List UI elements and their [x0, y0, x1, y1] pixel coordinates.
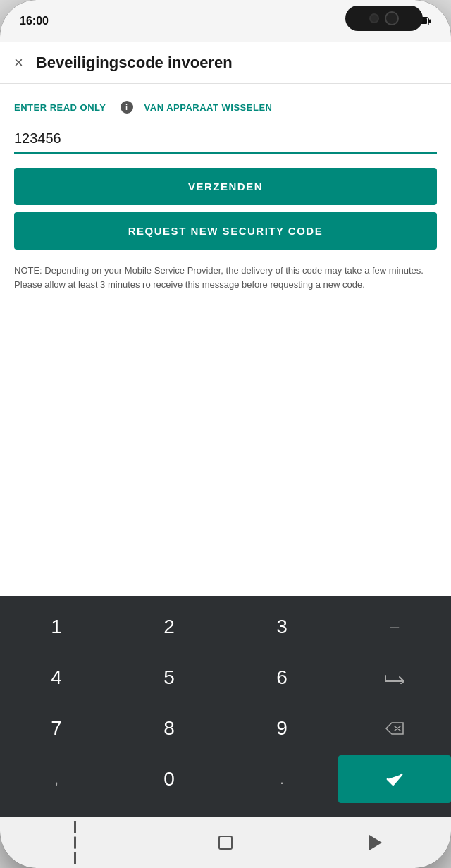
- security-code-input[interactable]: [14, 128, 437, 149]
- app-content: × Beveiligingscode invoeren ENTER READ O…: [0, 42, 451, 817]
- key-backspace[interactable]: [338, 704, 451, 752]
- key-dash[interactable]: –: [338, 603, 451, 651]
- key-2[interactable]: 2: [113, 603, 226, 651]
- nav-bar: [0, 817, 451, 868]
- nav-home-icon: [218, 836, 233, 850]
- nav-recents-button[interactable]: [54, 829, 97, 857]
- status-time: 16:00: [20, 15, 49, 27]
- nav-back-icon: [369, 835, 382, 850]
- switch-device-button[interactable]: VAN APPARAAT WISSELEN: [144, 102, 273, 113]
- key-3[interactable]: 3: [226, 603, 338, 651]
- nav-back-button[interactable]: [354, 829, 397, 857]
- request-security-code-button[interactable]: REQUEST NEW SECURITY CODE: [14, 212, 437, 250]
- svg-rect-6: [429, 20, 431, 23]
- key-dot[interactable]: .: [226, 755, 338, 803]
- keyboard-row-4: , 0 .: [0, 755, 451, 803]
- keyboard-row-1: 1 2 3 –: [0, 603, 451, 651]
- key-0[interactable]: 0: [113, 755, 226, 803]
- mode-row: ENTER READ ONLY i VAN APPARAAT WISSELEN: [14, 101, 437, 114]
- keyboard: 1 2 3 – 4 5 6 7 8 9: [0, 596, 451, 817]
- note-text: NOTE: Depending on your Mobile Service P…: [14, 264, 437, 291]
- key-6[interactable]: 6: [226, 654, 338, 702]
- camera-pill: [345, 6, 423, 31]
- info-icon[interactable]: i: [121, 101, 133, 114]
- submit-button[interactable]: VERZENDEN: [14, 168, 437, 205]
- mode-label-active: ENTER READ ONLY: [14, 102, 106, 113]
- key-4[interactable]: 4: [0, 654, 113, 702]
- phone-frame: 16:00: [0, 0, 451, 868]
- code-input-wrapper: [14, 128, 437, 154]
- keyboard-row-3: 7 8 9: [0, 704, 451, 752]
- camera-lens: [385, 11, 399, 25]
- key-comma[interactable]: ,: [0, 755, 113, 803]
- nav-home-button[interactable]: [204, 829, 247, 857]
- form-area: ENTER READ ONLY i VAN APPARAAT WISSELEN …: [0, 84, 451, 596]
- key-1[interactable]: 1: [0, 603, 113, 651]
- key-5[interactable]: 5: [113, 654, 226, 702]
- key-8[interactable]: 8: [113, 704, 226, 752]
- key-9[interactable]: 9: [226, 704, 338, 752]
- key-space[interactable]: [338, 654, 451, 702]
- top-bar: × Beveiligingscode invoeren: [0, 42, 451, 84]
- key-enter[interactable]: [338, 755, 451, 803]
- close-button[interactable]: ×: [14, 55, 23, 71]
- key-7[interactable]: 7: [0, 704, 113, 752]
- camera-dot: [369, 13, 379, 23]
- page-title: Beveiligingscode invoeren: [36, 54, 233, 72]
- nav-recents-icon: [74, 821, 76, 864]
- keyboard-row-2: 4 5 6: [0, 654, 451, 702]
